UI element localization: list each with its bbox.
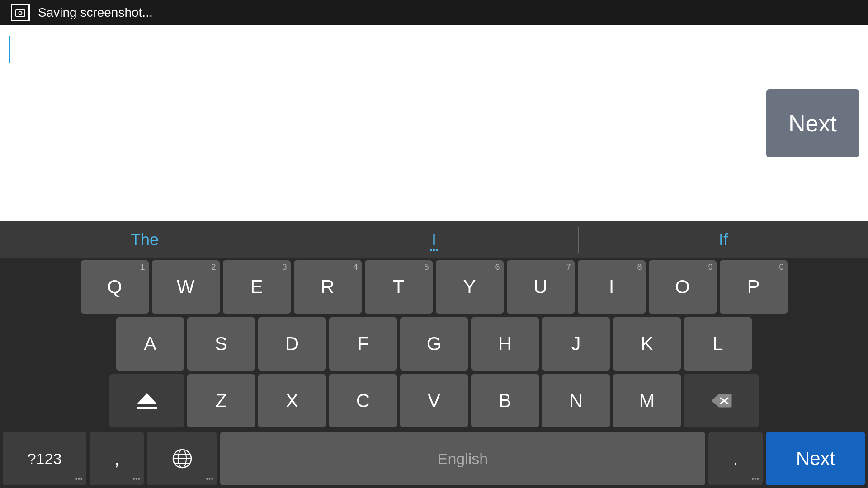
svg-rect-0 [16, 10, 25, 16]
symbols-key[interactable]: ?123 ••• [3, 432, 86, 485]
next-button-top[interactable]: Next [766, 89, 859, 157]
key-x[interactable]: X [258, 374, 326, 427]
key-f[interactable]: F [329, 317, 397, 371]
key-w[interactable]: W2 [152, 260, 220, 314]
key-z[interactable]: Z [187, 374, 255, 427]
key-p[interactable]: P0 [720, 260, 788, 314]
key-v[interactable]: V [400, 374, 468, 427]
shift-key[interactable] [109, 374, 184, 427]
status-bar: Saving screenshot... [0, 0, 868, 25]
text-input-area[interactable]: Next [0, 25, 868, 221]
suggestion-dots: ••• [430, 246, 439, 255]
key-t[interactable]: T5 [365, 260, 433, 314]
key-k[interactable]: K [613, 317, 681, 371]
status-text: Saving screenshot... [38, 5, 153, 20]
key-row-1: Q1 W2 E3 R4 T5 Y6 U7 I8 O9 P0 [0, 258, 868, 315]
key-d[interactable]: D [258, 317, 326, 371]
screenshot-icon [11, 4, 30, 21]
key-row-3: Z X C V B N M [0, 372, 868, 429]
suggestion-if[interactable]: If [579, 221, 868, 258]
period-key[interactable]: . ••• [708, 432, 763, 485]
key-h[interactable]: H [471, 317, 539, 371]
space-key[interactable]: English [220, 432, 705, 485]
keyboard: The I ••• If Q1 W2 E3 R4 T5 Y6 U7 I8 O9 … [0, 221, 868, 488]
suggestions-bar: The I ••• If [0, 221, 868, 258]
comma-key[interactable]: , ••• [90, 432, 144, 485]
key-b[interactable]: B [471, 374, 539, 427]
key-e[interactable]: E3 [223, 260, 291, 314]
key-a[interactable]: A [116, 317, 184, 371]
key-g[interactable]: G [400, 317, 468, 371]
key-i[interactable]: I8 [578, 260, 646, 314]
delete-key[interactable] [684, 374, 759, 427]
key-n[interactable]: N [542, 374, 610, 427]
key-q[interactable]: Q1 [81, 260, 149, 314]
key-y[interactable]: Y6 [436, 260, 504, 314]
suggestion-the[interactable]: The [0, 221, 289, 258]
key-s[interactable]: S [187, 317, 255, 371]
globe-key[interactable]: ••• [147, 432, 217, 485]
svg-point-1 [19, 12, 22, 15]
svg-rect-2 [18, 9, 23, 10]
key-o[interactable]: O9 [649, 260, 717, 314]
key-c[interactable]: C [329, 374, 397, 427]
key-r[interactable]: R4 [294, 260, 362, 314]
text-cursor [9, 36, 10, 63]
suggestion-i[interactable]: I ••• [289, 221, 579, 258]
bottom-row: ?123 ••• , ••• ••• English . ••• Next [0, 429, 868, 488]
key-l[interactable]: L [684, 317, 752, 371]
next-button-bottom[interactable]: Next [766, 432, 865, 485]
key-u[interactable]: U7 [507, 260, 575, 314]
key-row-2: A S D F G H J K L [0, 315, 868, 372]
key-m[interactable]: M [613, 374, 681, 427]
key-j[interactable]: J [542, 317, 610, 371]
